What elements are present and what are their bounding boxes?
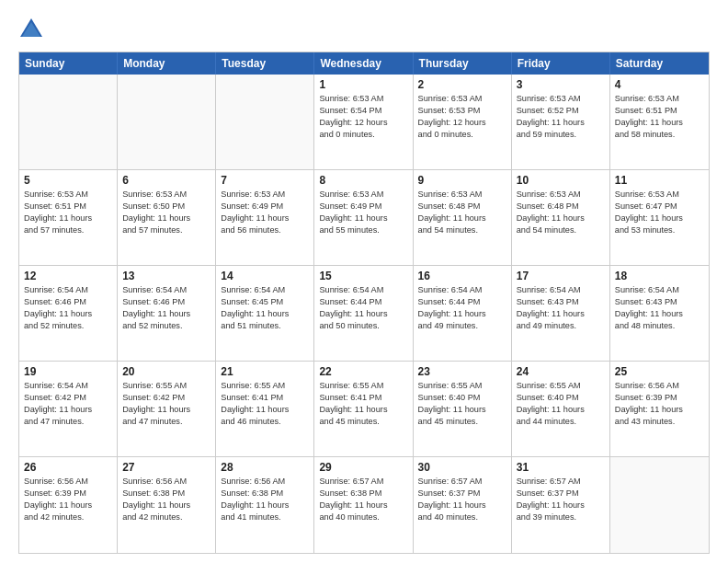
cell-info: Sunrise: 6:55 AM Sunset: 6:40 PM Dayligh… — [418, 380, 506, 428]
day-number: 26 — [24, 461, 112, 474]
weekday-header-friday: Friday — [512, 52, 610, 75]
cell-info: Sunrise: 6:53 AM Sunset: 6:51 PM Dayligh… — [615, 93, 704, 141]
day-number: 21 — [221, 365, 309, 378]
calendar-cell: 28Sunrise: 6:56 AM Sunset: 6:38 PM Dayli… — [216, 457, 314, 553]
day-number: 6 — [122, 174, 210, 187]
day-number: 15 — [319, 270, 407, 282]
cell-info: Sunrise: 6:53 AM Sunset: 6:48 PM Dayligh… — [517, 189, 605, 236]
calendar-cell: 21Sunrise: 6:55 AM Sunset: 6:41 PM Dayli… — [216, 362, 314, 456]
day-number: 3 — [517, 78, 605, 91]
cell-info: Sunrise: 6:55 AM Sunset: 6:41 PM Dayligh… — [319, 380, 407, 428]
cell-info: Sunrise: 6:55 AM Sunset: 6:41 PM Dayligh… — [221, 380, 309, 428]
calendar-cell: 14Sunrise: 6:54 AM Sunset: 6:45 PM Dayli… — [216, 266, 314, 361]
cell-info: Sunrise: 6:53 AM Sunset: 6:54 PM Dayligh… — [319, 93, 407, 141]
calendar-cell: 13Sunrise: 6:54 AM Sunset: 6:46 PM Dayli… — [118, 266, 216, 361]
day-number: 7 — [221, 174, 309, 187]
day-number: 14 — [221, 270, 309, 282]
day-number: 30 — [418, 461, 506, 474]
weekday-header-wednesday: Wednesday — [314, 52, 413, 75]
calendar-row-3: 19Sunrise: 6:54 AM Sunset: 6:42 PM Dayli… — [19, 362, 709, 457]
calendar-cell — [118, 75, 216, 169]
calendar-cell: 9Sunrise: 6:53 AM Sunset: 6:48 PM Daylig… — [414, 170, 512, 265]
calendar-cell: 27Sunrise: 6:56 AM Sunset: 6:38 PM Dayli… — [118, 457, 216, 553]
cell-info: Sunrise: 6:53 AM Sunset: 6:49 PM Dayligh… — [221, 189, 309, 236]
day-number: 18 — [615, 270, 704, 282]
calendar-cell: 4Sunrise: 6:53 AM Sunset: 6:51 PM Daylig… — [610, 75, 709, 169]
day-number: 27 — [122, 461, 210, 474]
calendar-row-4: 26Sunrise: 6:56 AM Sunset: 6:39 PM Dayli… — [19, 457, 709, 553]
logo — [18, 17, 48, 42]
calendar-cell: 19Sunrise: 6:54 AM Sunset: 6:42 PM Dayli… — [19, 362, 118, 456]
day-number: 16 — [418, 270, 506, 282]
day-number: 4 — [615, 78, 704, 91]
cell-info: Sunrise: 6:53 AM Sunset: 6:53 PM Dayligh… — [418, 93, 506, 141]
calendar-cell: 12Sunrise: 6:54 AM Sunset: 6:46 PM Dayli… — [19, 266, 118, 361]
header — [18, 17, 710, 42]
cell-info: Sunrise: 6:53 AM Sunset: 6:52 PM Dayligh… — [517, 93, 605, 141]
day-number: 2 — [418, 78, 506, 91]
day-number: 31 — [517, 461, 605, 474]
calendar-cell: 20Sunrise: 6:55 AM Sunset: 6:42 PM Dayli… — [118, 362, 216, 456]
calendar-cell — [19, 75, 118, 169]
cell-info: Sunrise: 6:56 AM Sunset: 6:39 PM Dayligh… — [615, 380, 704, 428]
logo-icon — [18, 17, 44, 42]
calendar-cell: 22Sunrise: 6:55 AM Sunset: 6:41 PM Dayli… — [314, 362, 413, 456]
calendar-cell — [216, 75, 314, 169]
weekday-header-tuesday: Tuesday — [216, 52, 314, 75]
day-number: 24 — [517, 365, 605, 378]
day-number: 10 — [517, 174, 605, 187]
calendar-cell: 5Sunrise: 6:53 AM Sunset: 6:51 PM Daylig… — [19, 170, 118, 265]
calendar-cell: 18Sunrise: 6:54 AM Sunset: 6:43 PM Dayli… — [610, 266, 709, 361]
cell-info: Sunrise: 6:56 AM Sunset: 6:38 PM Dayligh… — [221, 476, 309, 523]
calendar-cell: 23Sunrise: 6:55 AM Sunset: 6:40 PM Dayli… — [414, 362, 512, 456]
cell-info: Sunrise: 6:53 AM Sunset: 6:50 PM Dayligh… — [122, 189, 210, 236]
calendar-cell: 16Sunrise: 6:54 AM Sunset: 6:44 PM Dayli… — [414, 266, 512, 361]
cell-info: Sunrise: 6:57 AM Sunset: 6:37 PM Dayligh… — [517, 476, 605, 523]
cell-info: Sunrise: 6:56 AM Sunset: 6:38 PM Dayligh… — [122, 476, 210, 523]
calendar-body: 1Sunrise: 6:53 AM Sunset: 6:54 PM Daylig… — [19, 75, 709, 553]
day-number: 5 — [24, 174, 112, 187]
cell-info: Sunrise: 6:53 AM Sunset: 6:47 PM Dayligh… — [615, 189, 704, 236]
calendar-cell: 29Sunrise: 6:57 AM Sunset: 6:38 PM Dayli… — [314, 457, 413, 553]
calendar-cell: 7Sunrise: 6:53 AM Sunset: 6:49 PM Daylig… — [216, 170, 314, 265]
cell-info: Sunrise: 6:54 AM Sunset: 6:45 PM Dayligh… — [221, 284, 309, 332]
weekday-header-saturday: Saturday — [610, 52, 709, 75]
calendar-row-2: 12Sunrise: 6:54 AM Sunset: 6:46 PM Dayli… — [19, 266, 709, 362]
day-number: 13 — [122, 270, 210, 282]
calendar-cell — [610, 457, 709, 553]
calendar-cell: 8Sunrise: 6:53 AM Sunset: 6:49 PM Daylig… — [314, 170, 413, 265]
day-number: 11 — [615, 174, 704, 187]
cell-info: Sunrise: 6:53 AM Sunset: 6:49 PM Dayligh… — [319, 189, 407, 236]
day-number: 28 — [221, 461, 309, 474]
calendar-cell: 11Sunrise: 6:53 AM Sunset: 6:47 PM Dayli… — [610, 170, 709, 265]
calendar-cell: 30Sunrise: 6:57 AM Sunset: 6:37 PM Dayli… — [414, 457, 512, 553]
calendar-cell: 1Sunrise: 6:53 AM Sunset: 6:54 PM Daylig… — [314, 75, 413, 169]
calendar-cell: 10Sunrise: 6:53 AM Sunset: 6:48 PM Dayli… — [512, 170, 610, 265]
day-number: 12 — [24, 270, 112, 282]
day-number: 23 — [418, 365, 506, 378]
day-number: 20 — [122, 365, 210, 378]
day-number: 29 — [319, 461, 407, 474]
cell-info: Sunrise: 6:55 AM Sunset: 6:40 PM Dayligh… — [517, 380, 605, 428]
calendar-cell: 26Sunrise: 6:56 AM Sunset: 6:39 PM Dayli… — [19, 457, 118, 553]
cell-info: Sunrise: 6:54 AM Sunset: 6:46 PM Dayligh… — [122, 284, 210, 332]
weekday-header-monday: Monday — [118, 52, 216, 75]
cell-info: Sunrise: 6:56 AM Sunset: 6:39 PM Dayligh… — [24, 476, 112, 523]
weekday-header-sunday: Sunday — [19, 52, 118, 75]
calendar-cell: 3Sunrise: 6:53 AM Sunset: 6:52 PM Daylig… — [512, 75, 610, 169]
day-number: 17 — [517, 270, 605, 282]
calendar-cell: 31Sunrise: 6:57 AM Sunset: 6:37 PM Dayli… — [512, 457, 610, 553]
page: SundayMondayTuesdayWednesdayThursdayFrid… — [0, 0, 728, 563]
cell-info: Sunrise: 6:57 AM Sunset: 6:38 PM Dayligh… — [319, 476, 407, 523]
cell-info: Sunrise: 6:54 AM Sunset: 6:43 PM Dayligh… — [517, 284, 605, 332]
calendar-cell: 25Sunrise: 6:56 AM Sunset: 6:39 PM Dayli… — [610, 362, 709, 456]
cell-info: Sunrise: 6:54 AM Sunset: 6:44 PM Dayligh… — [418, 284, 506, 332]
calendar-row-0: 1Sunrise: 6:53 AM Sunset: 6:54 PM Daylig… — [19, 75, 709, 170]
day-number: 9 — [418, 174, 506, 187]
cell-info: Sunrise: 6:55 AM Sunset: 6:42 PM Dayligh… — [122, 380, 210, 428]
calendar-row-1: 5Sunrise: 6:53 AM Sunset: 6:51 PM Daylig… — [19, 170, 709, 266]
cell-info: Sunrise: 6:54 AM Sunset: 6:43 PM Dayligh… — [615, 284, 704, 332]
day-number: 25 — [615, 365, 704, 378]
calendar-header: SundayMondayTuesdayWednesdayThursdayFrid… — [19, 52, 709, 75]
weekday-header-thursday: Thursday — [414, 52, 512, 75]
